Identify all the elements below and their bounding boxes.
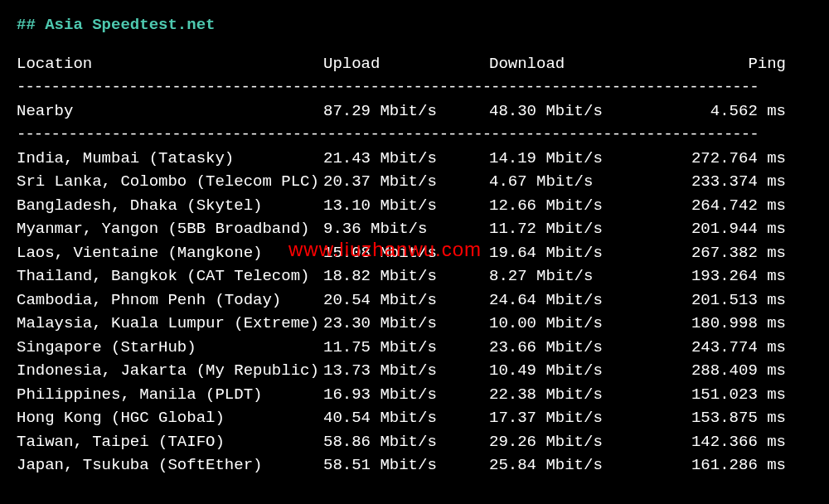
row-download: 19.64 Mbit/s <box>489 241 655 265</box>
row-location: Bangladesh, Dhaka (Skytel) <box>17 194 323 218</box>
row-upload: 11.75 Mbit/s <box>323 336 489 360</box>
table-row: India, Mumbai (Tatasky)21.43 Mbit/s14.19… <box>17 147 812 171</box>
nearby-ping: 4.562 ms <box>655 99 786 124</box>
row-location: Taiwan, Taipei (TAIFO) <box>17 430 323 454</box>
table-row: Thailand, Bangkok (CAT Telecom)18.82 Mbi… <box>17 264 812 288</box>
row-upload: 21.43 Mbit/s <box>323 147 489 171</box>
row-ping: 267.382 ms <box>655 241 786 265</box>
row-location: Laos, Vientaine (Mangkone) <box>17 241 323 265</box>
row-location: Cambodia, Phnom Penh (Today) <box>17 288 323 313</box>
page-title: ## Asia Speedtest.net <box>17 13 812 37</box>
row-ping: 151.023 ms <box>655 383 786 407</box>
row-location: India, Mumbai (Tatasky) <box>17 147 323 171</box>
row-download: 12.66 Mbit/s <box>489 194 655 218</box>
row-upload: 23.30 Mbit/s <box>323 312 489 336</box>
row-ping: 201.513 ms <box>655 288 786 313</box>
table-row: Hong Kong (HGC Global)40.54 Mbit/s17.37 … <box>17 406 812 430</box>
row-upload: 58.51 Mbit/s <box>323 453 489 477</box>
header-upload: Upload <box>323 52 489 76</box>
row-upload: 40.54 Mbit/s <box>323 406 489 430</box>
row-upload: 20.37 Mbit/s <box>323 170 489 194</box>
row-location: Singapore (StarHub) <box>17 336 323 360</box>
row-upload: 18.82 Mbit/s <box>323 264 489 288</box>
row-location: Sri Lanka, Colombo (Telecom PLC) <box>17 170 323 194</box>
row-ping: 153.875 ms <box>655 406 786 430</box>
header-location: Location <box>17 52 323 76</box>
table-row: Singapore (StarHub)11.75 Mbit/s23.66 Mbi… <box>17 336 812 360</box>
row-ping: 288.409 ms <box>655 359 786 383</box>
row-download: 11.72 Mbit/s <box>489 217 655 241</box>
row-download: 4.67 Mbit/s <box>489 170 655 194</box>
row-location: Hong Kong (HGC Global) <box>17 406 323 430</box>
table-row: Taiwan, Taipei (TAIFO)58.86 Mbit/s29.26 … <box>17 430 812 454</box>
row-location: Myanmar, Yangon (5BB Broadband) <box>17 217 323 241</box>
row-upload: 58.86 Mbit/s <box>323 430 489 454</box>
row-ping: 201.944 ms <box>655 217 786 241</box>
nearby-upload: 87.29 Mbit/s <box>323 99 489 124</box>
table-row: Sri Lanka, Colombo (Telecom PLC)20.37 Mb… <box>17 170 812 194</box>
row-download: 23.66 Mbit/s <box>489 336 655 360</box>
row-download: 10.00 Mbit/s <box>489 312 655 336</box>
row-upload: 20.54 Mbit/s <box>323 288 489 313</box>
row-download: 22.38 Mbit/s <box>489 383 655 407</box>
table-row: Bangladesh, Dhaka (Skytel)13.10 Mbit/s12… <box>17 194 812 218</box>
results-container: India, Mumbai (Tatasky)21.43 Mbit/s14.19… <box>17 147 812 477</box>
row-upload: 9.36 Mbit/s <box>323 217 489 241</box>
header-download: Download <box>489 52 655 76</box>
divider-line: ----------------------------------------… <box>17 123 812 147</box>
header-row: Location Upload Download Ping <box>17 52 812 76</box>
row-ping: 142.366 ms <box>655 430 786 454</box>
table-row: Philippines, Manila (PLDT)16.93 Mbit/s22… <box>17 383 812 407</box>
row-location: Philippines, Manila (PLDT) <box>17 383 323 407</box>
row-download: 17.37 Mbit/s <box>489 406 655 430</box>
header-ping: Ping <box>655 52 786 76</box>
table-row: Laos, Vientaine (Mangkone)15.08 Mbit/s19… <box>17 241 812 265</box>
divider-line: ----------------------------------------… <box>17 75 812 99</box>
row-location: Malaysia, Kuala Lumpur (Extreme) <box>17 312 323 336</box>
row-ping: 264.742 ms <box>655 194 786 218</box>
row-upload: 13.10 Mbit/s <box>323 194 489 218</box>
row-location: Thailand, Bangkok (CAT Telecom) <box>17 264 323 288</box>
row-location: Indonesia, Jakarta (My Republic) <box>17 359 323 383</box>
row-download: 10.49 Mbit/s <box>489 359 655 383</box>
row-upload: 16.93 Mbit/s <box>323 383 489 407</box>
row-download: 14.19 Mbit/s <box>489 147 655 171</box>
table-row: Malaysia, Kuala Lumpur (Extreme)23.30 Mb… <box>17 312 812 336</box>
nearby-location: Nearby <box>17 99 323 124</box>
row-ping: 180.998 ms <box>655 312 786 336</box>
nearby-row: Nearby 87.29 Mbit/s 48.30 Mbit/s 4.562 m… <box>17 99 812 124</box>
row-location: Japan, Tsukuba (SoftEther) <box>17 453 323 477</box>
table-row: Cambodia, Phnom Penh (Today)20.54 Mbit/s… <box>17 288 812 313</box>
row-ping: 243.774 ms <box>655 336 786 360</box>
row-ping: 193.264 ms <box>655 264 786 288</box>
row-ping: 233.374 ms <box>655 170 786 194</box>
table-row: Myanmar, Yangon (5BB Broadband)9.36 Mbit… <box>17 217 812 241</box>
row-download: 29.26 Mbit/s <box>489 430 655 454</box>
row-download: 8.27 Mbit/s <box>489 264 655 288</box>
row-download: 25.84 Mbit/s <box>489 453 655 477</box>
table-row: Indonesia, Jakarta (My Republic)13.73 Mb… <box>17 359 812 383</box>
row-download: 24.64 Mbit/s <box>489 288 655 313</box>
row-ping: 161.286 ms <box>655 453 786 477</box>
row-upload: 15.08 Mbit/s <box>323 241 489 265</box>
row-ping: 272.764 ms <box>655 147 786 171</box>
table-row: Japan, Tsukuba (SoftEther)58.51 Mbit/s25… <box>17 453 812 477</box>
nearby-download: 48.30 Mbit/s <box>489 99 655 124</box>
row-upload: 13.73 Mbit/s <box>323 359 489 383</box>
